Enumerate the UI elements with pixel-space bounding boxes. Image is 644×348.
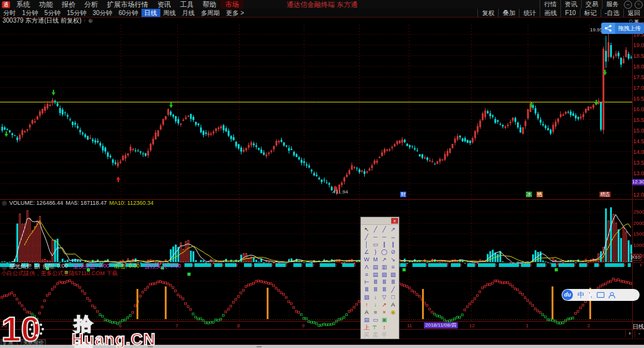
minimize-button[interactable]: – (624, 1, 632, 9)
ime-lang-toggle[interactable]: 中 (577, 289, 584, 301)
drawing-tool-button[interactable]: ▤ (371, 271, 380, 278)
period-item-分时[interactable]: 分时 (0, 9, 19, 17)
keyboard-icon[interactable] (597, 292, 604, 298)
period-item-月线[interactable]: 月线 (179, 9, 198, 17)
menu-item-扩展市场行情[interactable]: 扩展市场行情 (103, 0, 153, 9)
drawing-tool-button[interactable]: ⊢ (362, 278, 371, 286)
tool-button-统计[interactable]: 统计 (519, 9, 540, 17)
drawing-tool-button[interactable]: M (371, 256, 380, 263)
period-item-15分钟[interactable]: 15分钟 (64, 9, 89, 17)
drawing-tool-button[interactable]: ▤ (371, 263, 380, 271)
user-icon[interactable] (609, 292, 614, 298)
drawing-tool-button[interactable]: 〒 (371, 324, 380, 331)
top-button-资讯[interactable]: 资讯 (560, 0, 581, 9)
drawing-tool-button[interactable]: ▧ (380, 271, 389, 278)
drawing-tool-button[interactable]: ╱ (371, 226, 380, 233)
drawing-tool-button[interactable]: ▭ (371, 316, 380, 324)
drawing-tool-button[interactable]: ▨ (389, 271, 397, 278)
menu-item-分析[interactable]: 分析 (80, 0, 103, 9)
drawing-tool-button[interactable]: ↗ (380, 256, 389, 263)
period-item-周线[interactable]: 周线 (160, 9, 179, 17)
ime-logo-icon[interactable]: du (562, 290, 573, 300)
period-item-日线[interactable]: 日线 (142, 9, 160, 17)
period-item-多周期[interactable]: 多周期 (198, 9, 223, 17)
drawing-tool-button[interactable]: ▽ (380, 293, 389, 301)
drawing-tool-button[interactable]: 卖 (371, 331, 380, 339)
zoom-in-button[interactable]: + (625, 330, 634, 337)
drawing-tool-button[interactable]: Ⅲ (380, 278, 389, 286)
ime-punct-toggle[interactable]: ’, (589, 289, 592, 301)
tool-button-返回[interactable]: 返回 (623, 9, 644, 17)
indicator-collapse-icon[interactable]: ◎ (2, 264, 7, 270)
target-icon[interactable]: ⊕ (86, 18, 93, 24)
drawing-tool-button[interactable]: │ (362, 241, 371, 248)
drawing-tool-button[interactable]: A (389, 301, 397, 308)
drawing-tool-button[interactable]: ▭ (371, 241, 380, 248)
drawing-tool-button[interactable]: ─ (380, 233, 389, 241)
restore-button[interactable]: ▫ (635, 1, 643, 9)
tool-button-叠加[interactable]: 叠加 (498, 9, 519, 17)
drawing-tool-button[interactable]: ≡ (389, 263, 397, 271)
drawing-tool-button[interactable]: ◉ (389, 308, 397, 316)
tool-button-F10[interactable]: F10 (560, 9, 579, 17)
menu-item-工具[interactable]: 工具 (175, 0, 198, 9)
top-button-交易[interactable]: 交易 (581, 0, 602, 9)
drawing-tool-button[interactable]: W (362, 256, 371, 263)
drawing-tool-button[interactable]: Λ (362, 263, 371, 271)
period-item-60分钟[interactable]: 60分钟 (115, 9, 141, 17)
drawing-tool-button[interactable]: Ⅲ (389, 278, 397, 286)
tool-button-标记[interactable]: 标记 (580, 9, 601, 17)
drag-upload-tooltip[interactable]: 拖拽上传 (601, 23, 644, 34)
drawing-tool-button[interactable]: ) (371, 248, 380, 256)
period-item-30分钟[interactable]: 30分钟 (89, 9, 115, 17)
tool-button--自选[interactable]: -自选 (601, 9, 623, 17)
drawing-tool-button[interactable]: ■ (371, 308, 380, 316)
menu-item-帮助[interactable]: 帮助 (198, 0, 221, 9)
chart-canvas[interactable] (0, 0, 644, 348)
ime-toolbar[interactable]: du 中 ’, (562, 289, 640, 301)
menu-item-资讯[interactable]: 资讯 (153, 0, 175, 9)
drawing-tool-button[interactable]: ∥ (380, 241, 389, 248)
drawing-tool-button[interactable]: ▥ (380, 263, 389, 271)
volume-collapse-icon[interactable]: ◎ (2, 200, 7, 206)
tool-button-画线[interactable]: 画线 (540, 9, 560, 17)
drawing-tool-button[interactable]: ↗ (380, 301, 389, 308)
menu-item-功能[interactable]: 功能 (35, 0, 57, 9)
drawing-tool-button[interactable]: ∥ (389, 241, 397, 248)
top-button-服务[interactable]: 服务 (602, 0, 623, 9)
drawing-tool-button[interactable]: ─ (371, 233, 380, 241)
drawing-tool-button[interactable]: 上 (362, 324, 371, 331)
drawing-tool-button[interactable]: ▤ (362, 316, 371, 324)
period-item-1分钟[interactable]: 1分钟 (19, 9, 42, 17)
drawing-tool-button[interactable]: ≡ (362, 271, 371, 278)
drawing-tool-button[interactable]: □ (389, 293, 397, 301)
period-item-更多 >[interactable]: 更多 > (223, 9, 248, 17)
drawing-tool-button[interactable]: ▨ (362, 293, 371, 301)
drawing-tool-button[interactable]: A (362, 308, 371, 316)
drawing-toolbar-titlebar[interactable]: x (361, 217, 399, 225)
drawing-tool-button[interactable]: Ⅲ (371, 278, 380, 286)
close-icon[interactable]: x (391, 218, 398, 224)
drawing-tool-button[interactable]: Ⅲ (380, 286, 389, 293)
period-item-5分钟[interactable]: 5分钟 (42, 9, 64, 17)
drawing-tool-button[interactable]: ↖ (362, 226, 371, 233)
zoom-out-button[interactable]: - (635, 330, 643, 337)
top-button-行情[interactable]: 行情 (540, 0, 560, 9)
menu-item-系统[interactable]: 系统 (12, 0, 35, 9)
drawing-tool-button[interactable]: ↗ (389, 226, 397, 233)
drawing-tool-button[interactable]: ↓ (371, 301, 380, 308)
drawing-tool-button[interactable]: ↑ (362, 301, 371, 308)
drawing-tool-button[interactable]: ▣ (380, 316, 389, 324)
drawing-tool-button[interactable]: ↓ (371, 293, 380, 301)
drawing-tool-button[interactable]: ⊘ (389, 248, 397, 256)
drawing-tool-button[interactable]: ╱ (380, 226, 389, 233)
drawing-tool-button[interactable]: ∠ (362, 248, 371, 256)
app-logo-icon[interactable]: 通 (2, 1, 10, 8)
drawing-tool-button[interactable]: ╱ (389, 286, 397, 293)
drawing-tool-button[interactable]: ↘ (389, 256, 397, 263)
drawing-tool-button[interactable]: ↔ (389, 233, 397, 241)
menu-item-报价[interactable]: 报价 (57, 0, 80, 9)
drawing-tool-button[interactable]: 买 (362, 331, 371, 339)
drawing-tool-button[interactable]: ╱ (362, 233, 371, 241)
drawing-tool-button[interactable]: × (380, 308, 389, 316)
